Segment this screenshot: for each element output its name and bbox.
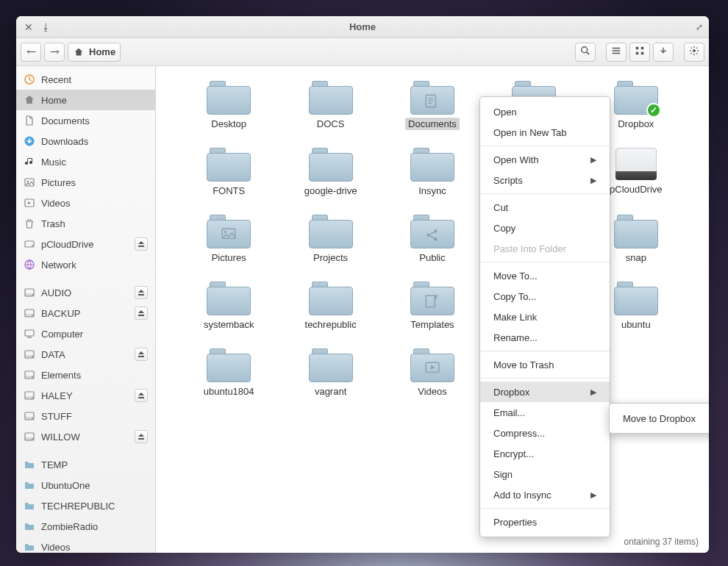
ctx-item-label: Rename... bbox=[493, 332, 538, 343]
eject-button[interactable] bbox=[135, 430, 148, 443]
sync-ok-badge: ✓ bbox=[646, 103, 661, 118]
hdd-icon bbox=[24, 307, 35, 319]
ctx-item-compress-[interactable]: Compress... bbox=[480, 423, 610, 443]
hdd-icon bbox=[24, 390, 35, 401]
sidebar-item-documents[interactable]: Documents bbox=[16, 110, 155, 131]
file-label: Insync bbox=[415, 185, 449, 197]
sidebar-item-temp[interactable]: TEMP bbox=[16, 454, 155, 475]
file-item-vagrant[interactable]: vagrant bbox=[279, 348, 381, 398]
sidebar-item-haley[interactable]: HALEY bbox=[16, 385, 155, 406]
file-item-projects[interactable]: Projects bbox=[279, 215, 381, 264]
ctx-item-move-to-[interactable]: Move To... bbox=[480, 265, 610, 286]
ctx-item-rename-[interactable]: Rename... bbox=[480, 327, 610, 348]
folder-icon bbox=[24, 479, 35, 491]
ctx-item-label: Copy To... bbox=[493, 291, 536, 302]
sidebar-item-label: Recent bbox=[41, 74, 71, 85]
eject-button[interactable] bbox=[135, 307, 148, 320]
ctx-item-email-[interactable]: Email... bbox=[480, 402, 610, 423]
path-home-button[interactable]: Home bbox=[68, 43, 121, 62]
ctx-item-encrypt-[interactable]: Encrypt... bbox=[480, 443, 610, 464]
sidebar-item-home[interactable]: Home bbox=[16, 90, 155, 110]
ctx-item-open[interactable]: Open bbox=[480, 101, 610, 122]
ctx-item-dropbox[interactable]: Dropbox▶ bbox=[480, 381, 610, 402]
folder-icon bbox=[24, 541, 35, 553]
sidebar-item-computer[interactable]: Computer bbox=[16, 323, 155, 344]
ctx-item-scripts[interactable]: Scripts▶ bbox=[480, 170, 610, 190]
ctx-item-move-to-trash[interactable]: Move to Trash bbox=[480, 354, 610, 375]
sidebar-item-label: Downloads bbox=[41, 136, 88, 147]
sidebar-item-label: Elements bbox=[41, 370, 81, 381]
view-dropdown-button[interactable] bbox=[653, 43, 674, 62]
chevron-right-icon: ▶ bbox=[590, 490, 596, 500]
computer-icon bbox=[24, 328, 35, 340]
ctx-sub-item-move-to-dropbox[interactable]: Move to Dropbox bbox=[610, 408, 709, 429]
nav-forward-button[interactable]: 🡒 bbox=[44, 43, 65, 62]
file-item-public[interactable]: Public bbox=[382, 215, 483, 264]
eject-button[interactable] bbox=[135, 237, 148, 251]
ctx-item-label: Dropbox bbox=[493, 387, 529, 398]
sidebar-item-elements[interactable]: Elements bbox=[16, 365, 155, 385]
sidebar-item-pclouddrive[interactable]: pCloudDrive bbox=[16, 234, 155, 254]
drive-icon bbox=[615, 148, 657, 180]
eject-button[interactable] bbox=[135, 389, 148, 402]
file-item-fonts[interactable]: FONTS bbox=[178, 148, 279, 197]
maximize-button[interactable]: ⤢ bbox=[696, 22, 703, 32]
file-item-techrepublic[interactable]: techrepublic bbox=[279, 282, 381, 331]
ctx-item-sign[interactable]: Sign bbox=[480, 464, 610, 484]
sidebar-item-videos[interactable]: Videos bbox=[16, 193, 155, 213]
ctx-item-properties[interactable]: Properties bbox=[480, 512, 610, 532]
file-item-ubuntu1804[interactable]: ubuntu1804 bbox=[178, 348, 279, 398]
sidebar-item-data[interactable]: DATA bbox=[16, 344, 155, 365]
ctx-item-add-to-insync[interactable]: Add to Insync▶ bbox=[480, 484, 610, 505]
file-item-pictures[interactable]: Pictures bbox=[178, 215, 279, 264]
view-grid-button[interactable] bbox=[629, 43, 650, 62]
eject-button[interactable] bbox=[135, 286, 148, 299]
svg-point-24 bbox=[32, 356, 33, 357]
sidebar-item-pictures[interactable]: Pictures bbox=[16, 172, 155, 193]
ctx-item-label: Move to Trash bbox=[493, 359, 554, 370]
sidebar-item-label: Pictures bbox=[41, 177, 76, 188]
sidebar-item-audio[interactable]: AUDIO bbox=[16, 282, 155, 303]
file-item-insync[interactable]: Insync bbox=[382, 148, 483, 197]
ctx-item-open-with[interactable]: Open With▶ bbox=[480, 149, 610, 170]
svg-rect-21 bbox=[25, 330, 34, 336]
sidebar-item-stuff[interactable]: STUFF bbox=[16, 406, 155, 426]
ctx-item-make-link[interactable]: Make Link bbox=[480, 307, 610, 327]
sidebar-item-ubuntuone[interactable]: UbuntuOne bbox=[16, 475, 155, 495]
file-label: techrepublic bbox=[302, 318, 360, 331]
minimize-button[interactable]: ⭳ bbox=[41, 21, 51, 32]
sidebar-item-network[interactable]: Network bbox=[16, 254, 155, 275]
sidebar-item-videos[interactable]: Videos bbox=[16, 537, 155, 553]
file-item-videos[interactable]: Videos bbox=[382, 348, 483, 398]
search-button[interactable] bbox=[575, 43, 596, 62]
sidebar-item-downloads[interactable]: Downloads bbox=[16, 131, 155, 151]
file-item-google-drive[interactable]: google-drive bbox=[279, 148, 381, 197]
file-item-desktop[interactable]: Desktop bbox=[178, 81, 279, 130]
eject-button[interactable] bbox=[135, 348, 148, 361]
file-item-templates[interactable]: Templates bbox=[382, 282, 483, 331]
file-item-systemback[interactable]: systemback bbox=[178, 282, 279, 331]
ctx-item-open-in-new-tab[interactable]: Open in New Tab bbox=[480, 122, 610, 143]
drive-icon bbox=[24, 238, 35, 250]
ctx-item-copy-to-[interactable]: Copy To... bbox=[480, 286, 610, 307]
sidebar-item-trash[interactable]: Trash bbox=[16, 213, 155, 234]
file-grid-area[interactable]: DesktopDOCSDocumentsDownloads✓DropboxFON… bbox=[156, 66, 709, 553]
sidebar-item-techrepublic[interactable]: TECHREPUBLIC bbox=[16, 495, 155, 516]
sidebar-item-willow[interactable]: WILLOW bbox=[16, 426, 155, 447]
file-label: snap bbox=[623, 251, 649, 264]
file-label: Documents bbox=[405, 118, 460, 130]
sidebar-item-zombieradio[interactable]: ZombieRadio bbox=[16, 516, 155, 537]
view-list-button[interactable] bbox=[606, 43, 627, 62]
file-item-docs[interactable]: DOCS bbox=[279, 81, 381, 130]
nav-back-button[interactable]: 🡐 bbox=[21, 43, 41, 62]
settings-button[interactable] bbox=[684, 43, 704, 62]
sidebar-item-backup[interactable]: BACKUP bbox=[16, 303, 155, 323]
file-item-documents[interactable]: Documents bbox=[382, 81, 483, 130]
ctx-item-copy[interactable]: Copy bbox=[480, 218, 610, 238]
context-menu: OpenOpen in New TabOpen With▶Scripts▶Cut… bbox=[479, 96, 610, 537]
ctx-item-cut[interactable]: Cut bbox=[480, 197, 610, 218]
close-button[interactable]: ✕ bbox=[22, 21, 35, 34]
sidebar-item-music[interactable]: Music bbox=[16, 151, 155, 172]
sidebar-item-recent[interactable]: Recent bbox=[16, 69, 155, 90]
file-manager-window: ✕ ⭳ Home ⤢ 🡐 🡒 Home bbox=[16, 16, 709, 553]
